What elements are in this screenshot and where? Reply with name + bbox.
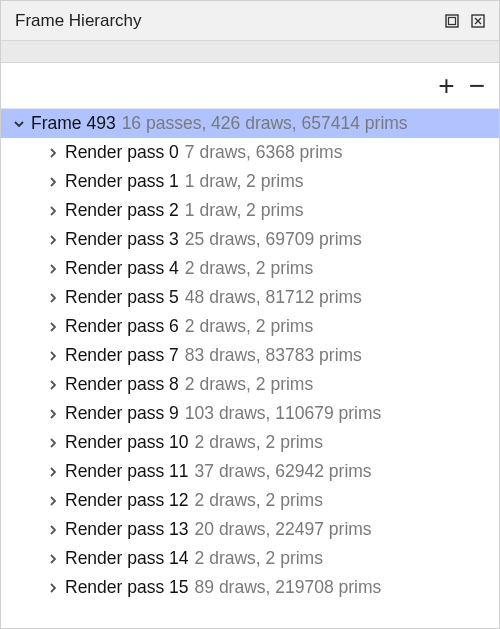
svg-rect-1 <box>449 17 456 24</box>
tree-row-label: Render pass 5 <box>65 287 179 308</box>
tree-row-label: Render pass 1 <box>65 171 179 192</box>
tree-row-meta: 2 draws, 2 prims <box>195 432 323 453</box>
tree-row-meta: 89 draws, 219708 prims <box>195 577 382 598</box>
tree-row-label: Render pass 8 <box>65 374 179 395</box>
tree-row-meta: 2 draws, 2 prims <box>195 548 323 569</box>
tree-root-label: Frame 493 <box>31 113 116 134</box>
tree-row[interactable]: Render pass 07 draws, 6368 prims <box>1 138 499 167</box>
tree-children: Render pass 07 draws, 6368 primsRender p… <box>1 138 499 602</box>
toolbar-gap <box>1 41 499 63</box>
tree-row[interactable]: Render pass 82 draws, 2 prims <box>1 370 499 399</box>
chevron-right-icon[interactable] <box>45 551 61 567</box>
tree-row[interactable]: Render pass 1320 draws, 22497 prims <box>1 515 499 544</box>
tree-row-label: Render pass 0 <box>65 142 179 163</box>
chevron-right-icon[interactable] <box>45 580 61 596</box>
chevron-right-icon[interactable] <box>45 319 61 335</box>
tree-row[interactable]: Render pass 62 draws, 2 prims <box>1 312 499 341</box>
panel-titlebar: Frame Hierarchy <box>1 1 499 41</box>
tree-row-meta: 25 draws, 69709 prims <box>185 229 362 250</box>
tree-row[interactable]: Render pass 1137 draws, 62942 prims <box>1 457 499 486</box>
tree-row-meta: 48 draws, 81712 prims <box>185 287 362 308</box>
maximize-button[interactable] <box>441 10 463 32</box>
tree-row-label: Render pass 11 <box>65 461 189 482</box>
tree-row-meta: 1 draw, 2 prims <box>185 171 304 192</box>
close-button[interactable] <box>467 10 489 32</box>
chevron-right-icon[interactable] <box>45 174 61 190</box>
tree-row[interactable]: Render pass 122 draws, 2 prims <box>1 486 499 515</box>
tree-row-meta: 20 draws, 22497 prims <box>195 519 372 540</box>
tree-toolbar: + − <box>1 63 499 109</box>
tree-row[interactable]: Render pass 142 draws, 2 prims <box>1 544 499 573</box>
tree-row-meta: 7 draws, 6368 prims <box>185 142 343 163</box>
tree-row[interactable]: Render pass 11 draw, 2 prims <box>1 167 499 196</box>
chevron-right-icon[interactable] <box>45 290 61 306</box>
tree-row-label: Render pass 10 <box>65 432 189 453</box>
tree-row-meta: 83 draws, 83783 prims <box>185 345 362 366</box>
tree-row-meta: 2 draws, 2 prims <box>185 258 313 279</box>
tree-root-meta: 16 passes, 426 draws, 657414 prims <box>122 113 408 134</box>
chevron-right-icon[interactable] <box>45 145 61 161</box>
tree-row-label: Render pass 6 <box>65 316 179 337</box>
chevron-right-icon[interactable] <box>45 348 61 364</box>
tree-row[interactable]: Render pass 325 draws, 69709 prims <box>1 225 499 254</box>
tree-row[interactable]: Render pass 102 draws, 2 prims <box>1 428 499 457</box>
close-icon <box>471 14 485 28</box>
tree-row-label: Render pass 13 <box>65 519 189 540</box>
tree-row[interactable]: Render pass 1589 draws, 219708 prims <box>1 573 499 602</box>
tree-row[interactable]: Render pass 9103 draws, 110679 prims <box>1 399 499 428</box>
chevron-down-icon[interactable] <box>11 116 27 132</box>
tree-row-meta: 2 draws, 2 prims <box>185 374 313 395</box>
tree-row-label: Render pass 3 <box>65 229 179 250</box>
tree-row[interactable]: Render pass 42 draws, 2 prims <box>1 254 499 283</box>
chevron-right-icon[interactable] <box>45 203 61 219</box>
tree-row[interactable]: Render pass 21 draw, 2 prims <box>1 196 499 225</box>
maximize-icon <box>445 14 459 28</box>
tree-row-meta: 37 draws, 62942 prims <box>195 461 372 482</box>
tree-row[interactable]: Render pass 548 draws, 81712 prims <box>1 283 499 312</box>
frame-hierarchy-panel: Frame Hierarchy + − Frame 493 16 passes,… <box>0 0 500 629</box>
chevron-right-icon[interactable] <box>45 377 61 393</box>
tree-row-label: Render pass 7 <box>65 345 179 366</box>
tree-row-label: Render pass 4 <box>65 258 179 279</box>
chevron-right-icon[interactable] <box>45 406 61 422</box>
collapse-all-button[interactable]: − <box>469 72 485 100</box>
tree-root-row[interactable]: Frame 493 16 passes, 426 draws, 657414 p… <box>1 109 499 138</box>
tree-row-meta: 2 draws, 2 prims <box>195 490 323 511</box>
expand-all-button[interactable]: + <box>438 72 454 100</box>
chevron-right-icon[interactable] <box>45 435 61 451</box>
tree-row-label: Render pass 14 <box>65 548 189 569</box>
chevron-right-icon[interactable] <box>45 232 61 248</box>
panel-title: Frame Hierarchy <box>15 11 437 31</box>
chevron-right-icon[interactable] <box>45 261 61 277</box>
tree-row-meta: 103 draws, 110679 prims <box>185 403 382 424</box>
tree-row-meta: 1 draw, 2 prims <box>185 200 304 221</box>
tree-row-label: Render pass 9 <box>65 403 179 424</box>
chevron-right-icon[interactable] <box>45 493 61 509</box>
tree-row-label: Render pass 12 <box>65 490 189 511</box>
tree-row-label: Render pass 2 <box>65 200 179 221</box>
tree-row-meta: 2 draws, 2 prims <box>185 316 313 337</box>
tree-view[interactable]: Frame 493 16 passes, 426 draws, 657414 p… <box>1 109 499 628</box>
chevron-right-icon[interactable] <box>45 522 61 538</box>
chevron-right-icon[interactable] <box>45 464 61 480</box>
svg-rect-0 <box>446 15 458 27</box>
tree-row-label: Render pass 15 <box>65 577 189 598</box>
tree-row[interactable]: Render pass 783 draws, 83783 prims <box>1 341 499 370</box>
